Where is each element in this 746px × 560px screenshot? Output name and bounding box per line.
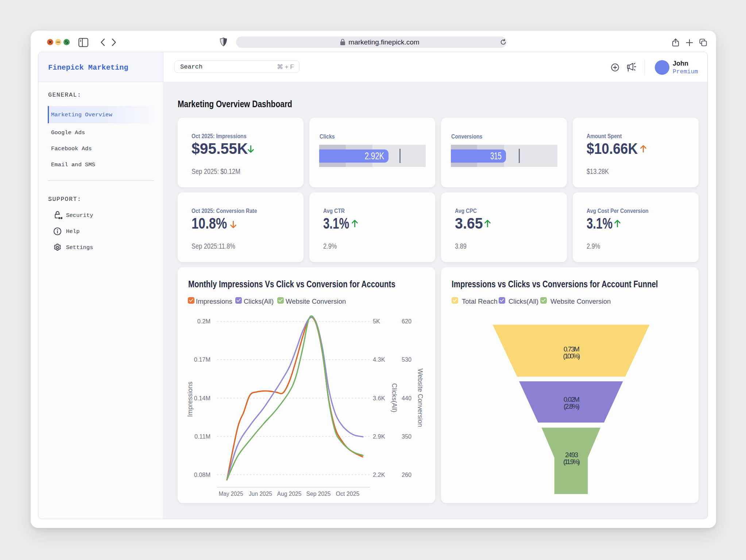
svg-text:(100%): (100%)	[563, 352, 580, 360]
svg-text:260: 260	[402, 471, 411, 478]
svg-text:0.17M: 0.17M	[194, 356, 210, 363]
svg-text:440: 440	[402, 395, 411, 401]
svg-text:(2.8%): (2.8%)	[564, 402, 580, 410]
svg-text:0.2M: 0.2M	[197, 318, 210, 324]
svg-text:5K: 5K	[373, 318, 380, 324]
svg-text:4.3K: 4.3K	[373, 356, 385, 363]
svg-text:350: 350	[402, 433, 411, 440]
svg-text:0.08M: 0.08M	[194, 471, 210, 478]
svg-text:0.11M: 0.11M	[194, 433, 210, 440]
svg-text:530: 530	[402, 356, 411, 363]
svg-text:2.9K: 2.9K	[373, 433, 385, 440]
svg-text:620: 620	[402, 318, 411, 324]
svg-text:0.73M: 0.73M	[564, 345, 580, 353]
svg-text:2.2K: 2.2K	[373, 471, 385, 478]
svg-text:May 2025: May 2025	[219, 490, 243, 497]
svg-text:(11.9%): (11.9%)	[563, 458, 580, 466]
svg-text:Aug 2025: Aug 2025	[277, 490, 302, 497]
svg-text:Website Conversion: Website Conversion	[417, 369, 424, 427]
svg-text:0.02M: 0.02M	[564, 396, 580, 403]
svg-text:Oct 2025: Oct 2025	[336, 490, 360, 497]
svg-text:Sep 2025: Sep 2025	[306, 490, 331, 497]
svg-text:Jun 2025: Jun 2025	[249, 490, 272, 497]
svg-text:Impressions: Impressions	[186, 381, 194, 417]
svg-text:Clicks(All): Clicks(All)	[391, 383, 398, 412]
svg-text:0.14M: 0.14M	[194, 395, 210, 401]
svg-text:3.6K: 3.6K	[373, 395, 385, 401]
svg-text:2493: 2493	[565, 451, 578, 459]
